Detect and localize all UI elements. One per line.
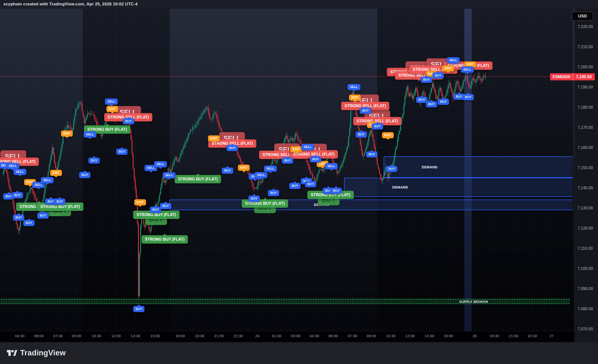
price-tick-label: 7,100.00 xyxy=(578,266,593,271)
time-tick-label: 12:00 xyxy=(111,334,121,338)
signal-exit[interactable]: EXIT xyxy=(134,199,146,205)
time-tick-label: 06:00 xyxy=(329,334,338,338)
time-tick-label: 19:30 xyxy=(490,334,499,338)
price-tick-label: 7,130.00 xyxy=(578,206,593,210)
signal-sell[interactable]: SELL xyxy=(255,172,267,178)
chart-canvas[interactable]: DEMANDDEMANDDEMANDSUPPLY BROKENSELLSELLS… xyxy=(0,9,574,331)
time-tick-label: 15:00 xyxy=(444,334,453,338)
time-tick-label: 01:30 xyxy=(272,334,281,338)
price-tick-label: 7,150.00 xyxy=(578,166,593,170)
price-axis[interactable]: 7,220.007,210.007,200.007,190.007,180.00… xyxy=(574,9,598,331)
signal-sbuy[interactable]: STRONG BUY (FLAT) xyxy=(175,175,221,183)
signal-buy[interactable]: BUY xyxy=(23,220,35,226)
signal-exit[interactable]: EXIT xyxy=(50,170,62,176)
signal-sell[interactable]: SELL xyxy=(325,163,338,169)
signal-sell[interactable]: SELL xyxy=(154,161,167,167)
tradingview-screenshot: scypham created with TradingView.com, Ap… xyxy=(0,0,598,364)
time-axis[interactable]: 04:3006:0007:3009:0010:3012:0013:3015:00… xyxy=(0,331,574,342)
signal-exit[interactable]: EXIT xyxy=(238,165,250,171)
currency-button[interactable]: USD xyxy=(572,12,593,21)
time-tick-label: 04:30 xyxy=(310,334,319,338)
time-tick-label: 10:30 xyxy=(92,334,101,338)
signal-buy[interactable]: BUY xyxy=(331,188,342,194)
time-tick-label: 21:00 xyxy=(509,334,518,338)
signal-sell[interactable]: SELL xyxy=(348,84,360,90)
signal-exit[interactable]: EXIT xyxy=(61,131,73,137)
signal-sell[interactable]: SELL xyxy=(447,57,460,63)
signal-sell[interactable]: SELL xyxy=(163,172,175,178)
tradingview-logo-text: TradingView xyxy=(20,349,66,357)
signal-buy[interactable]: BUY xyxy=(150,207,161,213)
signal-buy[interactable]: BUY xyxy=(268,190,279,196)
candlestick-series[interactable] xyxy=(0,9,574,331)
time-tick-label: 27 xyxy=(549,334,554,338)
signal-buy[interactable]: BUY xyxy=(372,123,383,130)
signal-buy[interactable]: BUY xyxy=(289,183,301,189)
signal-buy[interactable]: BUY xyxy=(282,158,293,164)
price-tick-label: 7,070.00 xyxy=(578,327,593,331)
signal-buy[interactable]: BUY xyxy=(160,203,171,209)
signal-buy[interactable]: BUY xyxy=(248,196,260,202)
price-tick-label: 7,160.00 xyxy=(578,146,593,150)
tradingview-logo-icon xyxy=(6,348,17,358)
signal-buy[interactable]: BUY xyxy=(13,215,24,221)
signal-buy[interactable]: BUY xyxy=(463,94,474,100)
signal-exit[interactable]: EXIT xyxy=(382,132,394,138)
last-price-symbol: ESM2026 xyxy=(550,73,573,80)
signal-sbuy[interactable]: STRONG BUY (FLAT) xyxy=(141,235,188,244)
last-price-value: 7,195.50 xyxy=(573,73,595,80)
signal-exit[interactable]: EXIT xyxy=(290,146,302,152)
signal-buy[interactable]: BUY xyxy=(426,101,437,107)
signal-sell[interactable]: SELL xyxy=(14,169,26,175)
tradingview-logo[interactable]: TradingView xyxy=(6,348,66,358)
signal-buy[interactable]: BUY xyxy=(416,97,427,103)
price-tick-label: 7,200.00 xyxy=(578,65,593,69)
signal-buy[interactable]: BUY xyxy=(386,166,397,172)
signal-buy[interactable]: BUY xyxy=(310,156,321,162)
signal-buy[interactable]: BUY xyxy=(79,172,90,178)
time-tick-label: 07:30 xyxy=(348,334,357,338)
signal-buy[interactable]: BUY xyxy=(433,73,444,79)
last-price-label: ESM2026 7,195.50 xyxy=(550,73,595,80)
time-tick-label: 15:00 xyxy=(150,334,160,338)
signal-buy[interactable]: BUY xyxy=(227,145,238,151)
time-tick-label: 21:00 xyxy=(214,334,224,338)
price-tick-label: 7,110.00 xyxy=(578,246,593,251)
time-tick-label: 24 xyxy=(255,334,259,338)
signal-buy[interactable]: BUY xyxy=(305,181,316,187)
signal-buy[interactable]: BUY xyxy=(116,149,128,155)
signal-exit[interactable]: EXIT xyxy=(106,106,118,112)
signal-sell[interactable]: SELL xyxy=(264,166,277,172)
time-tick-label: 04:30 xyxy=(15,334,25,338)
price-tick-label: 7,090.00 xyxy=(578,287,593,291)
signal-buy[interactable]: BUY xyxy=(133,306,145,312)
time-tick-label: 07:30 xyxy=(53,334,63,338)
signal-sell[interactable]: SELL xyxy=(6,163,19,169)
time-tick-label: 18:00 xyxy=(175,334,185,338)
signal-buy[interactable]: BUY xyxy=(123,118,134,124)
signal-sell[interactable]: SELL xyxy=(105,99,118,105)
signal-sell[interactable]: SELL xyxy=(41,177,54,183)
signal-exit[interactable]: EXIT xyxy=(208,135,220,142)
signal-buy[interactable]: BUY xyxy=(421,77,432,83)
signal-exit[interactable]: EXIT xyxy=(442,65,454,72)
signal-buy[interactable]: BUY xyxy=(222,168,233,174)
signal-buy[interactable]: BUY xyxy=(366,151,378,158)
signal-sell[interactable]: SELL xyxy=(301,144,314,150)
signal-exit[interactable]: EXIT xyxy=(349,95,361,101)
bottom-bar: TradingView xyxy=(0,342,598,364)
price-tick-label: 7,210.00 xyxy=(578,45,593,49)
signal-buy[interactable]: BUY xyxy=(88,158,100,164)
signal-buy[interactable]: BUY xyxy=(360,108,371,114)
signal-buy[interactable]: BUY xyxy=(54,199,65,205)
signal-buy[interactable]: BUY xyxy=(37,213,49,219)
signal-buy[interactable]: BUY xyxy=(438,99,449,105)
signal-sell[interactable]: SELL xyxy=(84,131,96,138)
signal-buy[interactable]: BUY xyxy=(356,131,367,138)
price-tick-label: 7,180.00 xyxy=(578,105,593,110)
signal-sell[interactable]: SELL xyxy=(461,67,474,73)
price-tick-label: 7,120.00 xyxy=(578,226,593,231)
time-tick-label: 03:00 xyxy=(291,334,301,338)
signal-buy[interactable]: BUY xyxy=(12,192,23,198)
time-tick-label: 12:00 xyxy=(405,334,415,338)
